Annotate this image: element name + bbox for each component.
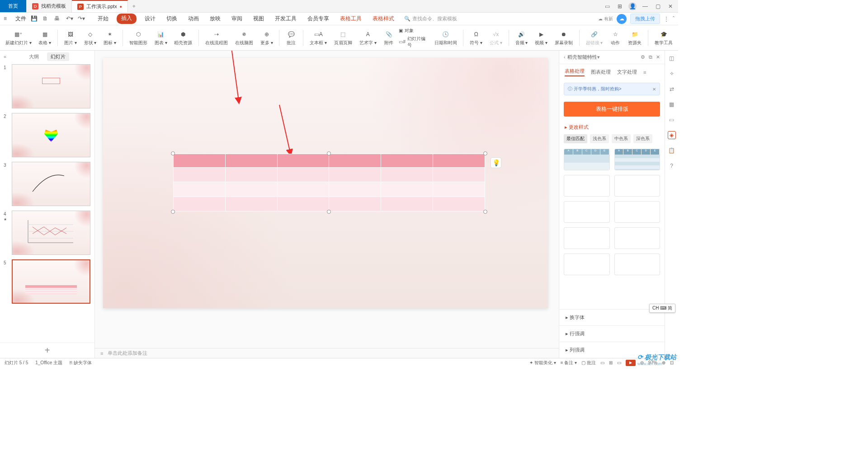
maximize-icon[interactable]: ▢ [654,2,662,10]
resize-handle[interactable] [483,151,487,155]
style-preset[interactable] [564,227,610,249]
filter-best[interactable]: 最佳匹配 [564,134,587,143]
rb-datetime[interactable]: 🕓日期和时间 [432,30,460,46]
resize-handle[interactable] [327,151,331,155]
tab-design[interactable]: 设计 [142,14,158,24]
gear-icon[interactable]: ⚙ [641,54,645,60]
kebab-icon[interactable]: ⋮ [664,16,669,22]
rb-smartart[interactable]: ⬡智能图形 [127,30,150,46]
style-preset[interactable]: ABCDE [614,149,660,170]
tab-outline[interactable]: 大纲 [25,52,42,61]
auto-layout-button[interactable]: 表格一键排版 [564,102,660,117]
rp-tab-text[interactable]: 文字处理 [617,69,637,75]
style-preset[interactable] [614,227,660,249]
rb-resources[interactable]: 📁资源夹 [625,30,644,46]
slide-thumb-5[interactable] [12,259,90,304]
section-row[interactable]: ▸ 行强调 [559,325,665,342]
rb-hyperlink[interactable]: 🔗超链接 ▾ [583,30,606,46]
rp-tab-table[interactable]: 表格处理 [565,68,585,76]
filter-medium[interactable]: 中色系 [612,134,631,143]
tab-animation[interactable]: 动画 [185,14,202,24]
view-sorter-icon[interactable]: ⊞ [609,360,613,365]
rb-comment[interactable]: 💬批注 [283,30,299,46]
notes-pane[interactable]: ≡ 单击此处添加备注 [95,348,559,358]
rb-new-slide[interactable]: ▦⁺新建幻灯片 ▾ [3,30,34,46]
tab-view[interactable]: 视图 [250,14,267,24]
tab-home[interactable]: 首页 [0,0,27,12]
rp-tab-chart[interactable]: 图表处理 [591,69,611,75]
collapse-panel-icon[interactable]: « [4,54,6,59]
tab-templates[interactable]: D 找稻壳模板 [27,0,72,12]
smart-beautify[interactable]: ✦ 智能美化 ▾ [529,360,556,366]
view-normal-icon[interactable]: ▭ [600,360,604,365]
select-tool-icon[interactable]: ◫ [668,54,676,62]
popout-icon[interactable]: ⧉ [649,54,652,60]
cloud-sync-icon[interactable]: ☁ [617,14,627,24]
comments-toggle[interactable]: ▢ 批注 [581,360,596,366]
add-slide-button[interactable]: + [0,343,94,358]
upload-button[interactable]: 拖拽上传 [630,14,660,24]
filter-light[interactable]: 浅色系 [590,134,609,143]
search-box[interactable]: 🔍 查找命令、搜索模板 [404,15,457,22]
resize-handle[interactable] [483,210,487,214]
ime-indicator[interactable]: CH ⌨ 简 [649,304,675,313]
hamburger-icon[interactable]: ≡ [4,15,11,23]
rb-more[interactable]: ⊕更多 ▾ [258,30,276,46]
style-preset[interactable] [564,254,610,275]
slide-thumb-4[interactable] [12,211,90,255]
undo-icon[interactable]: ↶▾ [66,15,73,23]
print-icon[interactable]: 🖶 [54,15,61,23]
layout-tool-icon[interactable]: ▦ [668,100,676,108]
smart-suggestion-icon[interactable]: 💡 [491,157,501,168]
style-preset[interactable]: ABCDE [564,149,610,170]
resize-handle[interactable] [171,210,175,214]
cloud-status[interactable]: ☁ 有新 [598,16,613,22]
rb-iconlib[interactable]: ✶图标 ▾ [101,30,119,46]
close-panel-icon[interactable]: ✕ [656,54,660,60]
tab-add[interactable]: + [128,0,140,12]
list-icon[interactable]: ≡ [643,70,646,75]
rb-textbox[interactable]: ▭A文本框 ▾ [307,30,330,46]
win-layout-icon[interactable]: ▭ [603,2,611,10]
missing-font[interactable]: ⎘ 缺失字体 [70,360,92,366]
rb-audio[interactable]: 🔊音频 ▾ [513,30,531,46]
close-banner-icon[interactable]: ✕ [652,87,656,92]
tab-document[interactable]: P 工作演示.pptx • [72,0,128,12]
rb-headerfooter[interactable]: ⬚页眉页脚 [331,30,355,46]
clipboard-tool-icon[interactable]: 📋 [668,146,676,155]
slide-thumb-2[interactable] [12,113,90,157]
tab-tabletools[interactable]: 表格工具 [337,14,364,24]
tab-devtools[interactable]: 开发工具 [272,14,299,24]
inserted-table[interactable] [173,154,485,212]
slide-canvas[interactable]: 💡 [103,58,548,308]
chevron-left-icon[interactable]: ‹ [564,54,566,60]
table-selection[interactable]: 💡 [173,154,485,212]
rb-object[interactable]: ▣对象 [399,28,429,34]
slide-thumb-3[interactable] [12,162,90,206]
rb-mindmap[interactable]: ✵在线脑图 [232,30,256,46]
resize-handle[interactable] [171,151,175,155]
smart-tool-icon[interactable]: ◈ [668,131,676,139]
object-tool-icon[interactable]: ▭ [668,116,676,124]
rb-docer[interactable]: ⬢稻壳资源 [171,30,195,46]
win-grid-icon[interactable]: ⊞ [616,2,624,10]
close-icon[interactable]: ✕ [666,2,675,10]
rb-teaching[interactable]: 🎓教学工具 [652,30,675,46]
view-reading-icon[interactable]: ▭ [617,360,621,365]
rb-wordart[interactable]: A艺术字 ▾ [357,30,379,46]
file-menu[interactable]: 文件 [15,15,26,23]
rb-table[interactable]: ▦表格 ▾ [36,30,54,46]
save-icon[interactable]: 💾 [31,15,38,23]
rb-screenrec[interactable]: ⏺屏幕录制 [552,30,576,46]
rb-video[interactable]: ▶视频 ▾ [532,30,550,46]
rb-image[interactable]: 🖼图片 ▾ [61,30,80,46]
redo-icon[interactable]: ↷▾ [78,15,85,23]
design-tool-icon[interactable]: ✧ [668,70,676,78]
help-icon[interactable]: ? [668,162,676,170]
style-preset[interactable] [614,254,660,275]
section-style[interactable]: ▸ 更改样式 [559,120,665,131]
notes-toggle[interactable]: ≡ 备注 ▾ [561,360,577,366]
style-preset[interactable] [564,175,610,197]
tab-insert[interactable]: 插入 [117,14,137,24]
tab-transition[interactable]: 切换 [164,14,180,24]
